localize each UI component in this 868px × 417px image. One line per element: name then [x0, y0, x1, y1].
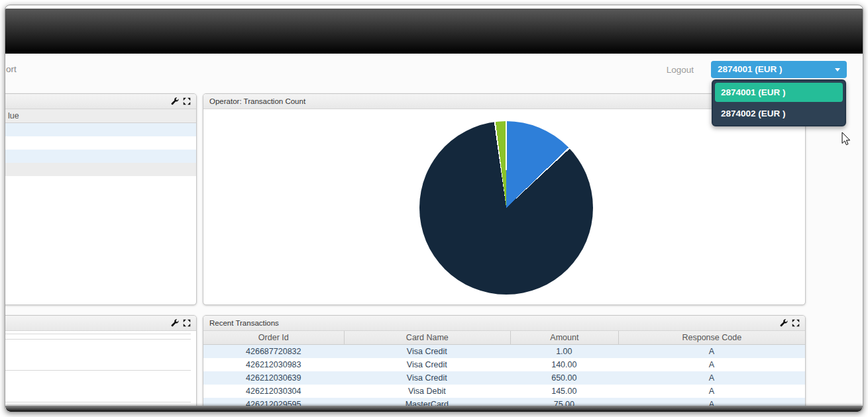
panel-pie-title: Operator: Transaction Count [209, 97, 305, 105]
panel-left-top: lue [5, 93, 197, 305]
panel-left-bottom [5, 315, 197, 412]
cell-order-id: 426212030983 [203, 358, 344, 371]
list-item [5, 150, 196, 163]
table-header-row: Order Id Card Name Amount Response Code [203, 331, 805, 345]
cell-order-id: 426687720832 [203, 345, 344, 358]
account-option-1[interactable]: 2874001 (EUR ) [715, 83, 843, 102]
table-row: 426687720832 Visa Credit 1.00 A [203, 345, 805, 358]
gridline [5, 370, 191, 371]
column-header-card-name: Card Name [344, 331, 511, 344]
panel-tx-title: Recent Transactions [209, 319, 279, 327]
wrench-icon[interactable] [171, 97, 179, 105]
expand-icon[interactable] [183, 97, 191, 105]
nav-link-report-truncated[interactable]: ort [6, 64, 17, 74]
app-window: ort Logout 2874001 (EUR ) 2874001 (EUR )… [5, 5, 863, 412]
wrench-icon[interactable] [780, 319, 788, 327]
mouse-cursor [841, 132, 852, 146]
account-dropdown-button[interactable]: 2874001 (EUR ) [711, 61, 847, 78]
panel-recent-transactions: Recent Transactions Order Id Card Name A… [203, 315, 806, 412]
cell-order-id: 426212030639 [203, 371, 344, 385]
list-item [5, 136, 196, 150]
account-dropdown-menu: 2874001 (EUR ) 2874002 (EUR ) [712, 79, 846, 126]
cell-response-code: A [618, 371, 805, 385]
pie-chart[interactable] [419, 121, 593, 295]
list-item [5, 163, 196, 176]
expand-icon[interactable] [792, 319, 800, 327]
table-row: 426212030304 Visa Debit 145.00 A [203, 385, 805, 398]
pie-chart-area [203, 109, 805, 305]
cell-card-name: Visa Debit [344, 385, 511, 398]
cell-response-code: A [618, 345, 805, 358]
cell-amount: 75.00 [510, 398, 618, 411]
cell-response-code: A [618, 398, 805, 411]
column-header-amount: Amount [510, 331, 618, 344]
column-header-response-code: Response Code [618, 331, 805, 344]
caret-down-icon [835, 68, 840, 71]
top-banner [5, 9, 863, 54]
cell-card-name: Visa Credit [344, 345, 511, 358]
column-header-order-id: Order Id [203, 331, 344, 344]
cell-amount: 140.00 [510, 358, 618, 371]
account-dropdown-selected-label: 2874001 (EUR ) [718, 64, 783, 74]
table-row: 426212029595 MasterCard 75.00 A [203, 398, 805, 411]
gridline [5, 339, 191, 340]
cell-card-name: Visa Credit [344, 371, 511, 385]
account-option-2[interactable]: 2874002 (EUR ) [715, 104, 843, 123]
logout-link[interactable]: Logout [667, 65, 694, 75]
cell-card-name: MasterCard [344, 398, 511, 411]
cell-response-code: A [618, 385, 805, 398]
gridline [5, 334, 191, 334]
panel-left-bottom-header [5, 316, 196, 331]
table-row: 426212030983 Visa Credit 140.00 A [203, 358, 805, 371]
cell-amount: 1.00 [510, 345, 618, 358]
panel-left-top-header [5, 94, 196, 109]
left-top-column-header-truncated: lue [5, 109, 196, 123]
gridline [5, 402, 191, 402]
cell-response-code: A [618, 358, 805, 371]
chart-grid-area [5, 331, 196, 412]
table-row: 426212030639 Visa Credit 650.00 A [203, 371, 805, 385]
expand-icon[interactable] [183, 319, 191, 327]
list-item [5, 123, 196, 136]
cell-card-name: Visa Credit [344, 358, 511, 371]
cell-amount: 650.00 [510, 371, 618, 385]
cell-order-id: 426212030304 [203, 385, 344, 398]
cell-amount: 145.00 [510, 385, 618, 398]
wrench-icon[interactable] [171, 319, 179, 327]
panel-tx-header: Recent Transactions [203, 316, 805, 331]
cell-order-id: 426212029595 [203, 398, 344, 411]
